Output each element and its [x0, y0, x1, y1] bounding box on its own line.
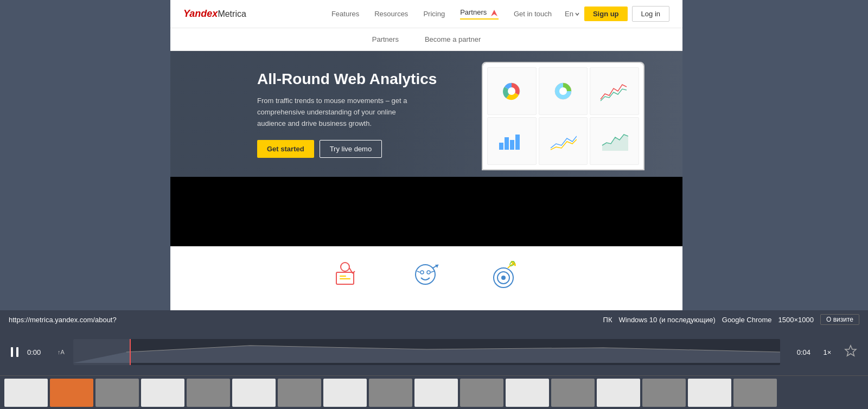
- nav-partners[interactable]: Partners: [460, 8, 499, 20]
- svg-marker-0: [491, 10, 497, 16]
- hero-title: All-Round Web Analytics: [257, 71, 596, 88]
- thumbnail-5[interactable]: [187, 379, 230, 407]
- hero-buttons: Get started Try live demo: [257, 140, 596, 158]
- os-label: Windows 10 (и последующие): [619, 316, 716, 324]
- thumbnail-1[interactable]: [4, 379, 48, 407]
- star-button[interactable]: [844, 344, 857, 360]
- nav-bar: Yandex Metrica Features Resources Pricin…: [170, 0, 682, 28]
- feature-icon-target: [487, 257, 522, 292]
- get-started-button[interactable]: Get started: [257, 140, 314, 158]
- thumbnail-7[interactable]: [278, 379, 321, 407]
- svg-point-17: [420, 271, 424, 274]
- thumbnail-4[interactable]: [141, 379, 184, 407]
- progress-track[interactable]: [73, 339, 780, 365]
- svg-rect-12: [340, 276, 346, 277]
- feature-icon-face: [409, 257, 444, 292]
- browser-label: Google Chrome: [722, 316, 772, 324]
- star-icon: [844, 344, 857, 357]
- status-bar: https://metrica.yandex.com/about? ПК Win…: [0, 310, 868, 329]
- svg-marker-30: [845, 346, 856, 356]
- svg-point-25: [501, 276, 506, 280]
- live-demo-button[interactable]: Try live demo: [320, 140, 382, 158]
- thumbnail-16[interactable]: [688, 379, 731, 407]
- thumbnail-9[interactable]: [369, 379, 412, 407]
- target-icon: [487, 257, 522, 292]
- face-icon: [409, 257, 444, 292]
- feature-icon-person: [331, 257, 366, 292]
- logo-yandex: Yandex: [183, 8, 218, 20]
- thumbnail-15[interactable]: [642, 379, 686, 407]
- login-button[interactable]: Log in: [632, 6, 669, 22]
- hero-content: All-Round Web Analytics From traffic tre…: [170, 51, 682, 158]
- svg-line-19: [417, 271, 420, 272]
- player-controls: 0:00 ↑A 0:04 1×: [0, 339, 868, 365]
- thumbnail-8[interactable]: [323, 379, 367, 407]
- thumbnail-12[interactable]: [506, 379, 549, 407]
- nav-links: Features Resources Pricing Partners Get …: [331, 8, 552, 20]
- svg-point-18: [427, 271, 430, 274]
- svg-line-15: [353, 271, 355, 273]
- svg-point-16: [416, 265, 435, 284]
- time-end: 0:04: [789, 348, 810, 356]
- nav-features[interactable]: Features: [331, 10, 359, 18]
- thumbnail-17[interactable]: [733, 379, 777, 407]
- thumbnail-11[interactable]: [460, 379, 503, 407]
- thumbnail-6[interactable]: [232, 379, 276, 407]
- time-marker: ↑A: [58, 349, 65, 355]
- svg-point-28: [509, 260, 515, 266]
- lang-selector[interactable]: En: [565, 10, 580, 18]
- status-url: https://metrica.yandex.com/about?: [9, 316, 117, 324]
- black-section: [170, 177, 682, 246]
- sub-nav: Partners Become a partner: [170, 28, 682, 51]
- platform-label: ПК: [603, 316, 612, 324]
- progress-needle: [130, 339, 131, 365]
- svg-rect-13: [340, 278, 350, 279]
- hero-section: All-Round Web Analytics From traffic tre…: [170, 51, 682, 177]
- resolution-label: 1500×1000: [778, 316, 814, 324]
- thumbnail-13[interactable]: [551, 379, 595, 407]
- svg-point-11: [341, 263, 349, 271]
- subnav-partners[interactable]: Partners: [372, 35, 399, 43]
- hero-description: From traffic trends to mouse movements –…: [257, 95, 409, 129]
- features-section: [170, 246, 682, 306]
- nav-contact[interactable]: Get in touch: [514, 10, 552, 18]
- thumbnail-10[interactable]: [414, 379, 458, 407]
- signup-button[interactable]: Sign up: [584, 7, 628, 21]
- browser-viewport: Yandex Metrica Features Resources Pricin…: [170, 0, 682, 315]
- nav-pricing[interactable]: Pricing: [423, 10, 445, 18]
- status-info: ПК Windows 10 (и последующие) Google Chr…: [603, 314, 859, 325]
- person-analytics-icon: [331, 257, 366, 292]
- nav-resources[interactable]: Resources: [374, 10, 408, 18]
- svg-line-20: [431, 271, 434, 272]
- nav-right: En Sign up Log in: [565, 6, 669, 22]
- thumbnails-bar: [0, 375, 868, 409]
- pause-bar-right: [16, 347, 18, 357]
- logo-metrica: Metrica: [218, 9, 246, 19]
- chevron-down-icon: [575, 11, 580, 17]
- thumbnail-14[interactable]: [597, 379, 640, 407]
- subnav-become-partner[interactable]: Become a partner: [425, 35, 481, 43]
- pause-button[interactable]: [11, 347, 18, 357]
- time-start: 0:00: [27, 348, 49, 356]
- visit-button[interactable]: О визите: [820, 314, 859, 325]
- player-bar: 0:00 ↑A 0:04 1×: [0, 329, 868, 375]
- pause-bar-left: [11, 347, 13, 357]
- thumbnail-2[interactable]: [50, 379, 93, 407]
- svg-marker-29: [73, 346, 780, 363]
- partner-arrow-icon: [490, 9, 499, 17]
- speed-control[interactable]: 1×: [819, 348, 835, 356]
- waveform-svg: [73, 341, 780, 363]
- thumbnail-3[interactable]: [95, 379, 139, 407]
- logo[interactable]: Yandex Metrica: [183, 8, 246, 20]
